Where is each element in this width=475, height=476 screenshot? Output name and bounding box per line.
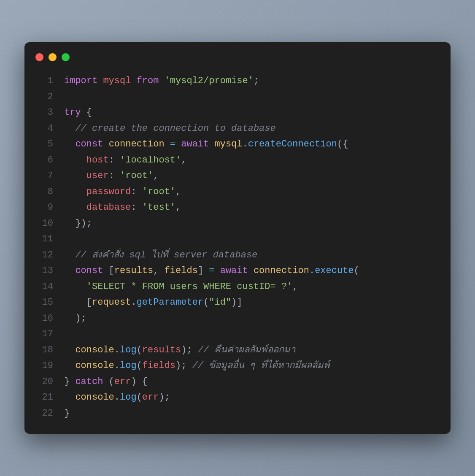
token: console — [75, 345, 114, 355]
code-line[interactable]: 8 password: 'root', — [35, 184, 440, 200]
code-line[interactable]: 3try { — [35, 105, 440, 121]
token — [97, 76, 103, 86]
code-line[interactable]: 10 }); — [35, 216, 440, 232]
token: ( — [203, 297, 209, 308]
line-content: // ส่งคำสั่ง sql ไปที่ server database — [64, 247, 257, 263]
token: database — [86, 202, 131, 213]
token: connection — [109, 139, 165, 149]
minimize-icon[interactable] — [49, 53, 57, 61]
code-line[interactable]: 7 user: 'root', — [35, 168, 440, 184]
line-number: 19 — [35, 358, 53, 374]
code-line[interactable]: 17 — [35, 326, 440, 342]
token: createConnection — [248, 139, 337, 149]
token: "id" — [209, 297, 231, 308]
token: ({ — [337, 139, 348, 149]
line-number: 8 — [35, 184, 53, 200]
token: console — [75, 392, 114, 403]
token: . — [114, 392, 120, 403]
line-content: user: 'root', — [64, 168, 159, 184]
token — [64, 360, 75, 371]
code-line[interactable]: 1import mysql from 'mysql2/promise'; — [35, 73, 440, 89]
line-number: 7 — [35, 168, 53, 184]
line-number: 1 — [35, 73, 53, 89]
token — [64, 202, 86, 213]
token — [214, 265, 220, 276]
line-content: database: 'test', — [64, 200, 181, 216]
token: ( — [137, 392, 142, 403]
line-number: 21 — [35, 389, 53, 406]
token: ( — [137, 360, 142, 371]
code-line[interactable]: 16 ); — [35, 311, 440, 327]
line-content: ); — [64, 311, 86, 327]
line-number: 18 — [35, 342, 53, 358]
token: ( — [354, 265, 359, 276]
token: , — [175, 187, 181, 197]
token: err — [142, 392, 159, 403]
line-content: // create the connection to database — [64, 121, 276, 137]
token: ] — [198, 265, 209, 276]
token: , — [181, 155, 186, 165]
token: import — [64, 76, 97, 86]
token: await — [220, 265, 248, 276]
token: )] — [231, 297, 242, 308]
token: catch — [75, 376, 103, 387]
code-line[interactable]: 2 — [35, 89, 440, 105]
line-content: } catch (err) { — [64, 374, 148, 390]
token — [64, 281, 86, 292]
token: ); — [181, 345, 198, 355]
token — [64, 170, 86, 181]
token — [159, 76, 164, 86]
token: : — [131, 187, 142, 197]
code-line[interactable]: 21 console.log(err); — [35, 389, 440, 406]
token: . — [131, 297, 136, 308]
token: ); — [75, 313, 86, 324]
code-line[interactable]: 12 // ส่งคำสั่ง sql ไปที่ server databas… — [35, 247, 440, 263]
line-content: console.log(results); // คืนค่าผลลัมพ์ออ… — [64, 342, 295, 358]
token — [64, 265, 75, 276]
code-line[interactable]: 5 const connection = await mysql.createC… — [35, 136, 440, 152]
token: log — [120, 345, 137, 355]
code-line[interactable]: 18 console.log(results); // คืนค่าผลลัมพ… — [35, 342, 440, 358]
token: . — [309, 265, 315, 276]
code-line[interactable]: 13 const [results, fields] = await conne… — [35, 263, 440, 279]
token: fields — [165, 265, 198, 276]
code-line[interactable]: 6 host: 'localhost', — [35, 152, 440, 168]
token: 'test' — [142, 202, 175, 213]
line-number: 6 — [35, 152, 53, 168]
code-line[interactable]: 15 [request.getParameter("id")] — [35, 295, 440, 311]
token: results — [114, 265, 153, 276]
line-number: 20 — [35, 374, 53, 390]
close-icon[interactable] — [35, 53, 43, 61]
code-line[interactable]: 19 console.log(fields); // ข้อมูลอื่น ๆ … — [35, 358, 440, 374]
code-editor[interactable]: 1import mysql from 'mysql2/promise';23tr… — [24, 73, 451, 421]
code-line[interactable]: 4 // create the connection to database — [35, 121, 440, 137]
token — [64, 187, 86, 197]
code-line[interactable]: 20} catch (err) { — [35, 374, 440, 390]
token: [ — [64, 297, 92, 308]
code-line[interactable]: 14 'SELECT * FROM users WHERE custID= ?'… — [35, 279, 440, 295]
token: 'localhost' — [120, 155, 181, 165]
token: // ข้อมูลอื่น ๆ ที่ได้หากมีผลลัมพ์ — [192, 360, 330, 371]
token — [209, 139, 214, 149]
token: = — [170, 139, 175, 149]
token: , — [153, 170, 159, 181]
token: await — [181, 139, 209, 149]
token: log — [120, 360, 137, 371]
token: 'root' — [142, 187, 175, 197]
line-content: 'SELECT * FROM users WHERE custID= ?', — [64, 279, 298, 295]
line-number: 10 — [35, 216, 53, 232]
code-line[interactable]: 22} — [35, 406, 440, 422]
token: 'mysql2/promise' — [165, 76, 254, 86]
code-line[interactable]: 11 — [35, 231, 440, 247]
token: // คืนค่าผลลัมพ์ออกมา — [198, 345, 296, 355]
token: ) { — [131, 376, 148, 387]
line-number: 13 — [35, 263, 53, 279]
token: } — [64, 408, 70, 419]
token — [81, 107, 86, 118]
maximize-icon[interactable] — [62, 53, 70, 61]
code-line[interactable]: 9 database: 'test', — [35, 200, 440, 216]
line-number: 15 — [35, 295, 53, 311]
token: from — [137, 76, 159, 86]
token: getParameter — [137, 297, 203, 308]
token: [ — [103, 265, 114, 276]
